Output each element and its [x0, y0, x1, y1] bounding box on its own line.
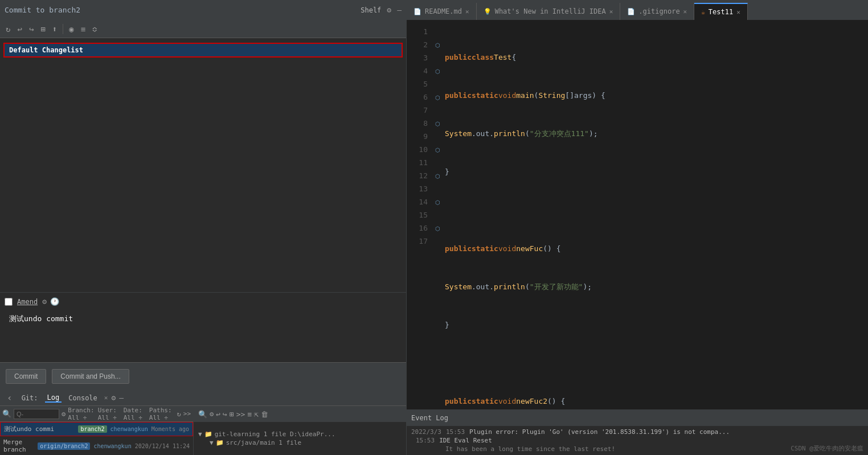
commit-message-input[interactable]: 测试undo commit: [5, 310, 402, 356]
amend-label: Amend: [17, 298, 38, 306]
event-entry-2: 15:53 IDE Eval Reset: [411, 437, 863, 444]
git-log-panel: ‹ Git: Log Console ✕ ⚙ – 🔍 ⚙ Branch: All…: [0, 390, 406, 455]
amend-icons: ⚙ 🕐: [42, 297, 59, 306]
date-filter[interactable]: Date: All ÷: [124, 407, 147, 421]
user-filter[interactable]: User: All ÷: [98, 407, 121, 421]
event-text-1: Plugin error: Plugin 'Go' (version '201.…: [469, 428, 730, 436]
editor-panel: 📄 README.md ✕ 💡 What's New in IntelliJ I…: [407, 0, 868, 455]
event-time-1: 15:53: [446, 428, 465, 436]
log-settings-icon[interactable]: ⚙: [111, 393, 116, 402]
commit-row-merge[interactable]: Merge branch origin/branch2 chenwangkun …: [0, 436, 193, 455]
log-minimize-icon[interactable]: –: [119, 393, 124, 402]
commit-header: Commit to branch2 Shelf ⚙ –: [0, 0, 406, 20]
commit-and-push-button[interactable]: Commit and Push...: [52, 369, 129, 384]
view-icon[interactable]: ◉: [67, 23, 76, 35]
settings-icon[interactable]: ⚙: [387, 6, 391, 14]
gutter-icon-12: ⬡: [435, 173, 440, 179]
commit-time-2: 2020/12/14 11:24: [135, 443, 190, 449]
refresh-log-icon[interactable]: ↻: [177, 410, 181, 418]
tab-whats-new-close[interactable]: ✕: [609, 8, 613, 15]
amend-history-icon[interactable]: 🕐: [50, 297, 59, 306]
code-line-8: }: [445, 319, 862, 332]
nav-left-icon[interactable]: ‹: [5, 391, 15, 404]
push-icon[interactable]: ⬆: [50, 23, 59, 35]
folder-icon-2: 📁: [216, 439, 224, 446]
changelist-label: Default Changelist: [9, 46, 83, 54]
changelist-area: Default Changelist: [0, 38, 406, 163]
minimize-icon[interactable]: –: [397, 6, 402, 14]
tree-row-git-learning[interactable]: ▼ 📁 git-learning 1 file D:\ideaPr...: [198, 431, 335, 438]
commit-button[interactable]: Commit: [6, 369, 46, 384]
git-log-commits-panel: 🔍 ⚙ Branch: All ÷ User: All ÷ Date: All …: [0, 406, 194, 455]
watermark: CSDN @爱吃牛肉的安老瘟: [791, 444, 863, 453]
gutter-icon-14: ⬡: [435, 199, 440, 206]
default-changelist-item[interactable]: Default Changelist: [3, 43, 403, 58]
tab-whats-new[interactable]: 💡 What's New in IntelliJ IDEA ✕: [477, 3, 621, 20]
tree-row-src[interactable]: ▼ 📁 src/java/main 1 file: [198, 439, 335, 446]
tab-readme-close[interactable]: ✕: [465, 8, 469, 15]
tab-gitignore-close[interactable]: ✕: [683, 8, 687, 15]
origin-tag: origin/branch2: [38, 442, 90, 450]
gutter-icon-16: ⬡: [435, 226, 440, 232]
commits-list: 测试undo commi branch2 chenwangkun Moments…: [0, 422, 193, 455]
filter-settings-icon[interactable]: ⚙: [62, 410, 65, 418]
filter-icon-2[interactable]: ≡: [247, 410, 252, 419]
gutter-icon-10: ⬡: [435, 147, 440, 153]
tree-label-src: src/java/main 1 file: [226, 439, 301, 446]
code-line-1: public class Test{: [445, 51, 862, 64]
shelf-label[interactable]: Shelf: [361, 6, 381, 14]
gutter-icon-8: ⬡: [435, 121, 440, 127]
more-options-icon[interactable]: >>: [183, 410, 191, 417]
tab-test11[interactable]: ☕ Test11 ✕: [694, 3, 748, 20]
expand-icon[interactable]: ≡: [79, 23, 88, 35]
diff-icon[interactable]: ⊞: [230, 410, 234, 419]
branch-filter[interactable]: Branch: All ÷: [68, 407, 95, 421]
search-icon: 🔍: [2, 409, 11, 418]
code-line-5: [445, 204, 862, 217]
gutter-icon-4: ⬡: [435, 68, 440, 75]
code-editor[interactable]: 12345 678910 1112131415 1617 ⬡ ⬡ ⬡ ⬡ ⬡ ⬡…: [407, 20, 868, 455]
expand-icon-2[interactable]: ⇱: [254, 410, 259, 419]
git-log-files-panel: 🔍 ⚙ ↩ ↪ ⊞ >> ≡ ⇱ 🗑 ▼ 📁 git-learni: [194, 406, 406, 455]
tab-test11-label: Test11: [709, 8, 733, 16]
commit-search-input[interactable]: [14, 409, 59, 419]
commit-author-2: chenwangkun: [93, 443, 131, 449]
delete-icon[interactable]: 🗑: [261, 410, 268, 419]
search-files-icon[interactable]: 🔍: [198, 410, 207, 419]
undo-action-icon[interactable]: ↩: [216, 410, 220, 419]
commit-author: chenwangkun: [110, 426, 148, 432]
close-console-icon[interactable]: ✕: [104, 394, 108, 401]
line-numbers: 12345 678910 1112131415 1617: [407, 20, 432, 455]
tab-readme[interactable]: 📄 README.md ✕: [407, 3, 477, 20]
changelist-toolbar: ↻ ↩ ↪ ⊞ ⬆ ◉ ≡ ≎: [0, 20, 406, 38]
paths-filter[interactable]: Paths: All ÷: [149, 407, 175, 421]
commit-buttons-bar: Commit Commit and Push...: [0, 362, 406, 390]
filter-icon[interactable]: ≎: [90, 23, 99, 35]
refresh-icon[interactable]: ↻: [3, 23, 13, 35]
tab-gitignore-icon: 📄: [627, 8, 635, 15]
chevron-right-icon: ▼: [210, 439, 214, 446]
tab-log[interactable]: Log: [45, 393, 62, 403]
more-icon[interactable]: >>: [236, 410, 245, 419]
redo-icon[interactable]: ↪: [27, 23, 36, 35]
update-icon[interactable]: ⊞: [38, 23, 47, 35]
commit-row-selected[interactable]: 测试undo commi branch2 chenwangkun Moments…: [0, 422, 193, 436]
code-content[interactable]: public class Test{ public static void ma…: [443, 20, 868, 455]
tab-test11-icon: ☕: [701, 9, 705, 16]
tab-test11-close[interactable]: ✕: [736, 9, 740, 16]
code-line-2: public static void main(String[] args) {: [445, 89, 862, 102]
event-log-panel: Event Log 2022/3/3 15:53 Plugin error: P…: [407, 409, 868, 455]
code-line-9: [445, 357, 862, 370]
event-time-2: 15:53: [416, 437, 435, 444]
redo-action-icon[interactable]: ↪: [223, 410, 227, 419]
tab-git[interactable]: Git:: [19, 394, 40, 402]
amend-checkbox[interactable]: [5, 298, 13, 306]
undo-icon[interactable]: ↩: [15, 23, 24, 35]
amend-settings-icon[interactable]: ⚙: [42, 297, 47, 306]
event-entry-1: 2022/3/3 15:53 Plugin error: Plugin 'Go'…: [411, 428, 863, 436]
tab-gitignore[interactable]: 📄 .gitignore ✕: [620, 3, 694, 20]
code-line-7: System.out.println("开发了新功能");: [445, 280, 862, 293]
tab-console[interactable]: Console: [66, 394, 100, 402]
files-settings-icon[interactable]: ⚙: [210, 410, 214, 418]
commit-time: Moments ago: [152, 426, 189, 432]
